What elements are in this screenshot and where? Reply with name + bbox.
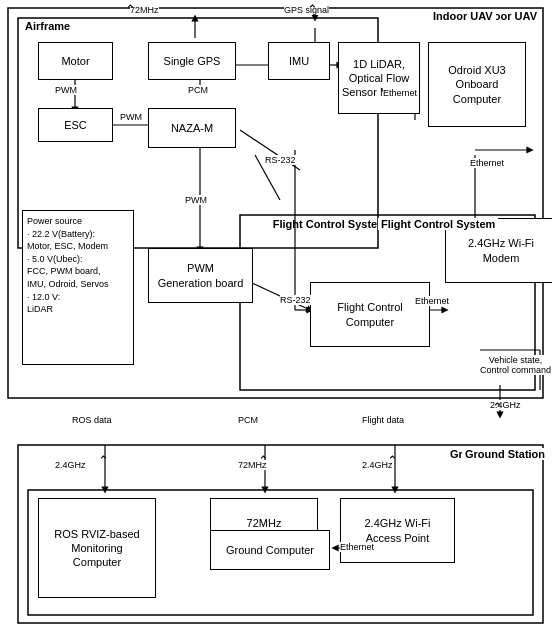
indoor-uav-section-label: Indoor UAV — [430, 10, 496, 22]
pcm-gnd-label: PCM — [238, 415, 258, 425]
pwm2-label: PWM — [120, 112, 142, 122]
antenna-gps: ⌃ — [307, 2, 318, 17]
airframe-section-label: Airframe — [22, 20, 73, 32]
ground-computer-box: Ground Computer — [210, 530, 330, 570]
power-source-box: Power source · 22.2 V(Battery): Motor, E… — [22, 210, 134, 365]
single-gps-box: Single GPS — [148, 42, 236, 80]
esc-box: ESC — [38, 108, 113, 142]
ros-data-label: ROS data — [72, 415, 112, 425]
fcs-section-label: Flight Control System — [378, 218, 498, 230]
pwm3-label: PWM — [185, 195, 207, 205]
pwm1-label: PWM — [55, 85, 77, 95]
diagram: Indoor UAV Airframe Flight Control Syste… — [0, 0, 552, 633]
antenna-72mhz-gnd: ⌃ — [258, 453, 269, 468]
odroid-box: Odroid XU3 Onboard Computer — [428, 42, 526, 127]
flight-control-box: Flight Control Computer — [310, 282, 430, 347]
antenna-ros: ⌃ — [98, 453, 109, 468]
wifi-ap-box: 2.4GHz Wi-Fi Access Point — [340, 498, 455, 563]
pwm-board-box: PWM Generation board — [148, 248, 253, 303]
vehicle-state-label: Vehicle state, Control command — [480, 355, 551, 375]
naza-m-box: NAZA-M — [148, 108, 236, 148]
imu-box: IMU — [268, 42, 330, 80]
ethernet4-label: Ethernet — [340, 542, 374, 552]
lidar-optical-box: 1D LiDAR, Optical Flow Sensor Module — [338, 42, 420, 114]
ethernet1-label: Ethernet — [383, 88, 417, 98]
rs232-2-label: RS-232 — [280, 295, 311, 305]
ground-station-section-label: Ground Station — [462, 448, 548, 460]
flight-data-label: Flight data — [362, 415, 404, 425]
ethernet3-label: Ethernet — [415, 296, 449, 306]
ros-rviz-box: ROS RVIZ-based Monitoring Computer — [38, 498, 156, 598]
motor-box: Motor — [38, 42, 113, 80]
rs232-1-label: RS-232 — [265, 155, 296, 165]
pcm1-label: PCM — [188, 85, 208, 95]
freq24-2-label: 2.4GHz — [55, 460, 86, 470]
antenna-24ghz-gnd: ⌃ — [387, 453, 398, 468]
flight-control-system-label: Flight Control System — [273, 218, 387, 230]
antenna-24ghz-uav: ⌃ — [492, 400, 503, 415]
antenna-72mhz: ⌃ — [125, 2, 136, 17]
ethernet2-label: Ethernet — [470, 158, 504, 168]
